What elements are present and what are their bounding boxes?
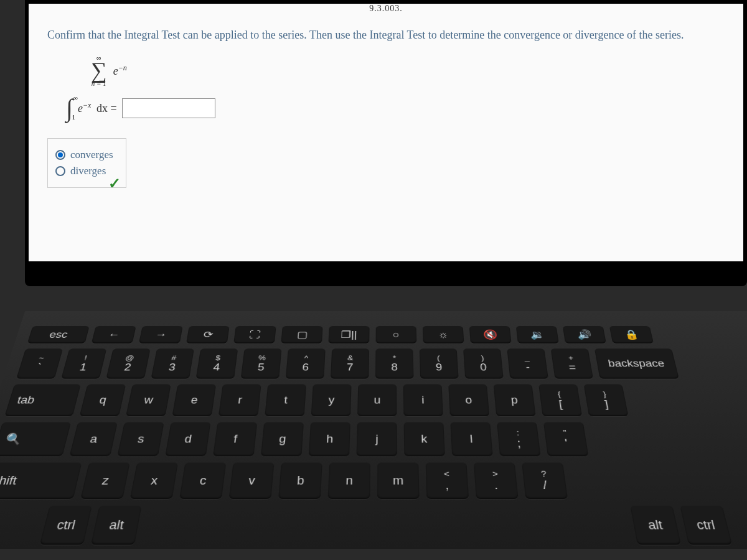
key-[interactable]: ← <box>92 326 136 343</box>
key-w[interactable]: w <box>126 385 171 416</box>
key-u[interactable]: u <box>357 385 397 416</box>
screen-content: 9.3.003. Confirm that the Integral Test … <box>29 4 743 261</box>
sigma-lower-bound: n = 1 <box>92 80 106 87</box>
key-p[interactable]: p <box>494 385 536 416</box>
key-b[interactable]: b <box>278 462 322 499</box>
key-backspace[interactable]: backspace <box>594 348 679 378</box>
key-ctrl[interactable]: ctrl <box>40 506 92 545</box>
physical-keyboard: esc←→⟳⛶▢❐||○☼🔇🔉🔊🔒 ~`!1@2#3$4%5^6&7*8(9)0… <box>0 311 747 549</box>
integral-upper-bound: ∞ <box>73 95 78 101</box>
key-[interactable]: ⟳ <box>186 326 230 343</box>
integral-lower-bound: 1 <box>72 113 75 121</box>
key-[interactable]: {[ <box>538 385 582 416</box>
key-[interactable]: >. <box>474 462 519 499</box>
convergence-choice-group: converges diverges ✓ <box>47 138 126 188</box>
key-9[interactable]: (9 <box>420 348 459 378</box>
key-tab[interactable]: tab <box>4 385 81 416</box>
key-0[interactable]: )0 <box>463 348 504 378</box>
key-3[interactable]: #3 <box>151 348 194 378</box>
correct-checkmark-icon: ✓ <box>108 175 121 192</box>
radio-converges-button[interactable] <box>55 150 65 160</box>
sigma-symbol: ∞ ∑ n = 1 <box>91 54 107 87</box>
key-l[interactable]: l <box>450 422 492 457</box>
key-z[interactable]: z <box>80 462 130 499</box>
key-k[interactable]: k <box>404 422 445 457</box>
key-s[interactable]: s <box>117 422 164 457</box>
key-[interactable]: "' <box>543 422 589 457</box>
radio-converges[interactable]: converges <box>55 149 113 161</box>
integrand: e−x dx = <box>78 101 117 115</box>
series-term: e−n <box>113 63 127 78</box>
key-h[interactable]: h <box>309 422 350 457</box>
key-n[interactable]: n <box>328 462 370 499</box>
key-alt[interactable]: alt <box>91 506 142 545</box>
keyboard-asdf-row: 🔍asdfghjkl:;"' <box>0 422 747 457</box>
integral-value-input[interactable] <box>122 98 215 118</box>
key-y[interactable]: y <box>311 385 352 416</box>
key-ctrl[interactable]: ctrl <box>680 506 732 545</box>
keyboard-qwerty-row: tabqwertyuiop{[}] <box>4 385 747 416</box>
key-8[interactable]: *8 <box>375 348 414 378</box>
key-[interactable]: ○ <box>376 326 417 343</box>
key-[interactable]: }] <box>584 385 629 416</box>
key-j[interactable]: j <box>357 422 398 457</box>
key-o[interactable]: o <box>448 385 489 416</box>
integral-symbol: ∞ ∫ 1 <box>66 97 73 119</box>
key-r[interactable]: r <box>218 385 261 416</box>
key-[interactable]: += <box>551 348 593 378</box>
key-i[interactable]: i <box>403 385 443 416</box>
key-[interactable]: 🔍 <box>0 422 71 457</box>
key-f[interactable]: f <box>213 422 257 457</box>
laptop-screen-frame: 9.3.003. Confirm that the Integral Test … <box>25 0 747 286</box>
key-q[interactable]: q <box>80 385 126 416</box>
key-alt[interactable]: alt <box>630 506 681 545</box>
key-c[interactable]: c <box>179 462 226 499</box>
radio-diverges-button[interactable] <box>55 166 65 176</box>
key-shift[interactable]: shift <box>0 462 82 499</box>
key-[interactable]: ~` <box>16 348 63 378</box>
key-esc[interactable]: esc <box>27 326 90 343</box>
key-d[interactable]: d <box>165 422 210 457</box>
keyboard-bottom-row: ctrlaltaltctrl <box>0 506 747 545</box>
key-g[interactable]: g <box>261 422 304 457</box>
key-[interactable]: :; <box>497 422 541 457</box>
key-[interactable]: ❐|| <box>328 326 369 343</box>
radio-converges-label: converges <box>70 149 113 161</box>
key-[interactable]: 🔊 <box>563 326 606 343</box>
assignment-id-fragment: 9.3.003. <box>369 4 403 14</box>
keyboard-number-row: ~`!1@2#3$4%5^6&7*8(9)0_-+=backspace <box>16 348 747 378</box>
key-[interactable]: → <box>139 326 183 343</box>
series-expression: ∞ ∑ n = 1 e−n <box>91 54 725 87</box>
key-[interactable]: ▢ <box>281 326 322 343</box>
key-x[interactable]: x <box>130 462 178 499</box>
key-e[interactable]: e <box>172 385 216 416</box>
key-[interactable]: ⛶ <box>233 326 276 343</box>
radio-diverges-label: diverges <box>70 165 106 177</box>
key-v[interactable]: v <box>229 462 275 499</box>
key-t[interactable]: t <box>265 385 306 416</box>
key-5[interactable]: %5 <box>241 348 282 378</box>
keyboard-function-row: esc←→⟳⛶▢❐||○☼🔇🔉🔊🔒 <box>27 326 745 343</box>
key-[interactable]: <, <box>426 462 469 499</box>
key-[interactable]: 🔉 <box>516 326 559 343</box>
keyboard-zxcv-row: shiftzxcvbnm<,>.?/ <box>0 462 747 499</box>
key-[interactable]: _- <box>507 348 548 378</box>
key-[interactable]: ☼ <box>423 326 464 343</box>
key-6[interactable]: ^6 <box>286 348 326 378</box>
key-4[interactable]: $4 <box>196 348 238 378</box>
question-text: Confirm that the Integral Test can be ap… <box>47 29 725 42</box>
key-[interactable]: ?/ <box>522 462 568 499</box>
key-[interactable]: 🔒 <box>609 326 654 343</box>
key-1[interactable]: !1 <box>61 348 106 378</box>
integral-expression-row: ∞ ∫ 1 e−x dx = <box>66 97 725 119</box>
key-7[interactable]: &7 <box>331 348 369 378</box>
radio-diverges[interactable]: diverges <box>55 165 113 177</box>
key-[interactable]: 🔇 <box>469 326 512 343</box>
key-2[interactable]: @2 <box>106 348 150 378</box>
key-a[interactable]: a <box>69 422 118 457</box>
key-m[interactable]: m <box>377 462 420 499</box>
